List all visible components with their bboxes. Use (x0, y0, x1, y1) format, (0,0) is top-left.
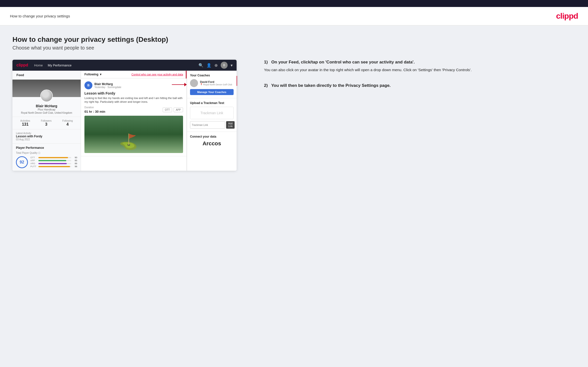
user-avatar[interactable]: B (221, 62, 228, 69)
tpq-circle: 92 (16, 156, 28, 168)
trackman-placeholder: Trackman Link (192, 111, 231, 115)
stat-following-value: 4 (62, 122, 73, 127)
coach-name: David Ford (200, 80, 232, 83)
manage-coaches-button[interactable]: Manage Your Coaches (190, 89, 234, 95)
stat-activities-label: Activities (20, 119, 30, 122)
app-feed: Following ▾ Control who can see your act… (81, 71, 187, 171)
connect-title: Connect your data (190, 135, 234, 138)
main-content: How to change your privacy settings (Des… (0, 26, 588, 367)
arccos-logo: Arccos (190, 140, 234, 147)
feed-tab[interactable]: Feed (12, 71, 81, 80)
tpq-label: Total Player Quality ⓘ (16, 152, 77, 155)
activity-username: Blair McHarg (94, 82, 121, 86)
tpq-row: 92 OTT 90 APP 85 (16, 156, 77, 168)
activity-duration: Duration 01 hr : 30 min OTT APP (84, 106, 183, 114)
activity-image: ⛳ (84, 116, 183, 153)
activity-desc: Looking to feel like my hands are exitin… (84, 96, 183, 104)
bar-ott: OTT 90 (30, 156, 77, 159)
profile-avatar (40, 90, 53, 102)
info-icon: ⓘ (38, 152, 40, 154)
stat-following-label: Following (62, 119, 73, 122)
chevron-down-icon[interactable]: ▾ (231, 63, 233, 68)
app-body: Feed Blair McHarg Plus Handicap Royal No… (12, 71, 237, 171)
add-link-button[interactable]: Add Link (226, 121, 235, 129)
latest-activity-date: 03 Aug 2022 (16, 138, 77, 141)
top-bar (0, 0, 588, 7)
profile-stats: Activities 131 Followers 3 Following 4 (12, 117, 81, 129)
stat-followers-value: 3 (41, 122, 52, 127)
profile-cover (12, 80, 81, 97)
app-right-panel: Your Coaches David Ford 📍 Royal North De… (187, 71, 237, 171)
coach-item: David Ford 📍 Royal North Devon Golf Club (190, 79, 234, 87)
trackman-row: Add Link (190, 121, 234, 129)
app-nav-icons: 🔍 👤 ⊕ B ▾ (198, 62, 233, 69)
coach-club: 📍 Royal North Devon Golf Club (200, 83, 232, 86)
player-performance: Player Performance Total Player Quality … (12, 143, 81, 171)
stat-followers: Followers 3 (41, 119, 52, 127)
clippd-logo: clippd (556, 11, 578, 21)
instruction-block-2: 2) You will then be taken directly to th… (264, 83, 568, 88)
pin-icon: 📍 (200, 83, 203, 86)
bar-putt: PUTT 96 (30, 165, 77, 168)
app-nav-links: Home My Performance (34, 63, 71, 67)
search-icon[interactable]: 🔍 (198, 63, 203, 68)
compass-icon[interactable]: ⊕ (214, 63, 218, 68)
coaches-title: Your Coaches (190, 74, 234, 77)
stat-followers-label: Followers (41, 119, 52, 122)
activity-user: B Blair McHarg Yesterday · Sunningdale (84, 81, 183, 89)
bar-app: APP 85 (30, 159, 77, 162)
latest-activity-label: Latest Activity (16, 132, 77, 135)
instruction-block-1: 1) On your Feed, click/tap on 'Control w… (264, 60, 568, 73)
activity-card: B Blair McHarg Yesterday · Sunningdale L… (81, 78, 187, 156)
profile-handicap: Plus Handicap (15, 108, 78, 111)
feed-header: Following ▾ Control who can see your act… (81, 71, 187, 78)
header-title: How to change your privacy settings (10, 14, 70, 18)
profile-name: Blair McHarg (15, 104, 78, 108)
demo-area: clippd Home My Performance 🔍 👤 ⊕ B ▾ Fee… (12, 60, 576, 171)
page-subheading: Choose what you want people to see (12, 45, 576, 51)
feed-header-wrapper: Following ▾ Control who can see your act… (81, 71, 187, 78)
stat-following: Following 4 (62, 119, 73, 127)
instruction-1-header: 1) On your Feed, click/tap on 'Control w… (264, 60, 568, 65)
latest-activity-title: Lesson with Fordy (16, 135, 77, 138)
app-screenshot: clippd Home My Performance 🔍 👤 ⊕ B ▾ Fee… (12, 60, 237, 171)
trackman-input-area: Trackman Link (190, 107, 234, 119)
duration-value: 01 hr : 30 min (84, 110, 105, 113)
nav-home[interactable]: Home (34, 63, 43, 67)
trackman-section: Upload a Trackman Test Trackman Link Add… (187, 98, 237, 132)
tag-ott: OTT (163, 107, 172, 112)
chevron-down-icon: ▾ (100, 73, 101, 76)
trackman-title: Upload a Trackman Test (190, 101, 234, 105)
header: How to change your privacy settings clip… (0, 7, 588, 26)
instruction-1-body: You can also click on your avatar in the… (264, 67, 568, 73)
person-icon[interactable]: 👤 (206, 63, 211, 68)
app-nav: clippd Home My Performance 🔍 👤 ⊕ B ▾ (12, 60, 237, 71)
coach-avatar (190, 79, 198, 87)
control-privacy-link[interactable]: Control who can see your activity and da… (131, 73, 183, 76)
instruction-2-header: 2) You will then be taken directly to th… (264, 83, 568, 88)
profile-club: Royal North Devon Golf Club, United King… (15, 111, 78, 114)
nav-my-performance[interactable]: My Performance (48, 63, 71, 67)
duration-label: Duration (84, 106, 105, 109)
page-heading: How to change your privacy settings (Des… (12, 36, 576, 44)
tag-app: APP (174, 107, 183, 112)
coaches-section: Your Coaches David Ford 📍 Royal North De… (187, 71, 237, 98)
latest-activity: Latest Activity Lesson with Fordy 03 Aug… (12, 129, 81, 143)
following-button[interactable]: Following ▾ (84, 73, 101, 76)
stat-activities: Activities 131 (20, 119, 30, 127)
instructions-panel: 1) On your Feed, click/tap on 'Control w… (257, 60, 576, 98)
trackman-input[interactable] (190, 121, 225, 129)
app-sidebar: Feed Blair McHarg Plus Handicap Royal No… (12, 71, 81, 171)
app-nav-logo: clippd (16, 63, 28, 67)
connect-section: Connect your data Arccos (187, 132, 237, 150)
activity-tags: OTT APP (163, 107, 183, 112)
tpq-bars: OTT 90 APP 85 ARG (30, 156, 77, 168)
activity-title: Lesson with Fordy (84, 91, 183, 95)
activity-meta: Yesterday · Sunningdale (94, 86, 121, 89)
bar-arg: ARG 86 (30, 162, 77, 165)
activity-avatar: B (84, 81, 92, 89)
perf-title: Player Performance (16, 146, 77, 150)
stat-activities-value: 131 (20, 122, 30, 127)
